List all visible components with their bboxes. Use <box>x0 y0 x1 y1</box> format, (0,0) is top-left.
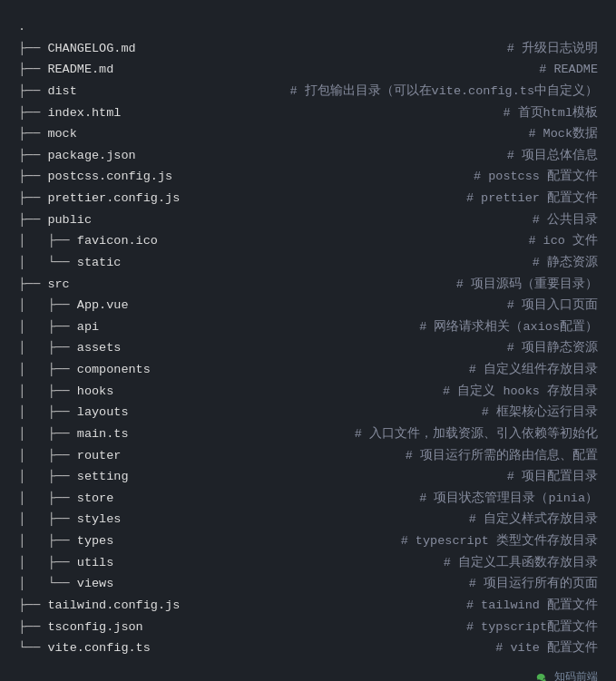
file-name: setting <box>77 466 129 488</box>
comment-spacing <box>129 295 500 316</box>
watermark-text: 知码前端 <box>554 668 598 681</box>
tree-prefix: ├── <box>18 145 47 167</box>
dot-row: . <box>18 16 598 38</box>
file-name: styles <box>77 509 122 530</box>
tree-prefix: │ ├── <box>18 466 77 488</box>
file-comment: # 项目运行所有的页面 <box>469 573 598 595</box>
tree-prefix: │ ├── <box>18 530 77 552</box>
file-comment: # postcss 配置文件 <box>474 166 598 188</box>
file-name: hooks <box>77 381 114 403</box>
tree-row: │ ├── components # 自定义组件存放目录 <box>18 359 598 381</box>
comment-spacing <box>113 381 435 403</box>
tree-prefix: │ ├── <box>18 509 77 530</box>
comment-spacing <box>121 252 524 274</box>
file-name: main.ts <box>77 423 129 445</box>
tree-prefix: ├── <box>18 59 47 81</box>
comment-spacing <box>121 445 397 467</box>
tree-row: ├── mock # Mock数据 <box>18 123 598 145</box>
tree-row: ├── tsconfig.json # typscript配置文件 <box>18 617 598 638</box>
tree-row: └── vite.config.ts # vite 配置文件 <box>18 637 598 659</box>
comment-spacing <box>77 81 283 102</box>
comment-spacing <box>113 552 435 574</box>
comment-spacing <box>77 123 522 145</box>
file-name: views <box>77 573 114 595</box>
tree-row: │ └── static # 静态资源 <box>18 252 598 274</box>
file-name: prettier.config.js <box>47 188 180 209</box>
tree-row: │ ├── favicon.ico # ico 文件 <box>18 230 598 252</box>
comment-spacing <box>121 509 461 530</box>
tree-prefix: ├── <box>18 188 47 209</box>
comment-spacing <box>113 59 532 81</box>
comment-spacing <box>70 274 449 296</box>
file-name: tailwind.config.js <box>47 595 180 617</box>
file-name: index.html <box>47 102 121 124</box>
tree-prefix: │ └── <box>18 252 77 274</box>
file-name: CHANGELOG.md <box>47 38 135 60</box>
file-name: README.md <box>47 59 113 81</box>
file-tree: . ├── CHANGELOG.md # 升级日志说明├── README.md… <box>18 16 598 659</box>
tree-row: ├── postcss.config.js # postcss 配置文件 <box>18 166 598 188</box>
tree-prefix: ├── <box>18 595 47 617</box>
dot-prefix: . <box>18 16 25 38</box>
tree-row: │ ├── utils # 自定义工具函数存放目录 <box>18 552 598 574</box>
file-comment: # 自定义组件存放目录 <box>469 359 598 381</box>
file-name: utils <box>77 552 114 574</box>
tree-prefix: │ ├── <box>18 488 77 510</box>
file-comment: # 自定义工具函数存放目录 <box>444 552 598 574</box>
tree-prefix: ├── <box>18 123 47 145</box>
tree-row: │ └── views # 项目运行所有的页面 <box>18 573 598 595</box>
file-name: mock <box>47 123 76 145</box>
file-name: App.vue <box>77 295 129 316</box>
file-comment: # 项目运行所需的路由信息、配置 <box>406 445 598 467</box>
tree-prefix: │ ├── <box>18 359 77 381</box>
comment-spacing <box>121 337 499 359</box>
comment-spacing <box>143 617 459 638</box>
file-comment: # 自定义样式存放目录 <box>469 509 598 530</box>
tree-row: │ ├── main.ts # 入口文件，加载资源、引入依赖等初始化 <box>18 423 598 445</box>
comment-spacing <box>113 488 412 510</box>
file-name: favicon.ico <box>77 230 158 252</box>
comment-spacing <box>151 359 462 381</box>
tree-prefix: ├── <box>18 81 47 102</box>
file-comment: # typscript配置文件 <box>466 617 598 638</box>
file-name: postcss.config.js <box>47 166 172 188</box>
tree-row: ├── package.json # 项目总体信息 <box>18 145 598 167</box>
file-name: layouts <box>77 402 129 423</box>
comment-spacing <box>180 595 459 617</box>
tree-row: ├── public # 公共目录 <box>18 209 598 231</box>
tree-prefix: ├── <box>18 209 47 231</box>
file-comment: # 静态资源 <box>533 252 598 274</box>
comment-spacing <box>136 145 500 167</box>
file-comment: # 公共目录 <box>533 209 598 231</box>
tree-row: ├── index.html # 首页html模板 <box>18 102 598 124</box>
tree-prefix: └── <box>18 637 47 659</box>
file-comment: # 框架核心运行目录 <box>482 402 598 423</box>
tree-row: │ ├── App.vue # 项目入口页面 <box>18 295 598 316</box>
file-name: types <box>77 530 114 552</box>
file-name: static <box>77 252 122 274</box>
tree-row: │ ├── router # 项目运行所需的路由信息、配置 <box>18 445 598 467</box>
tree-row: │ ├── assets # 项目静态资源 <box>18 337 598 359</box>
file-comment: # 项目入口页面 <box>507 295 598 316</box>
file-name: package.json <box>47 145 135 167</box>
file-name: tsconfig.json <box>47 617 142 638</box>
tree-row: ├── README.md # README <box>18 59 598 81</box>
comment-spacing <box>136 38 500 60</box>
file-comment: # 项目总体信息 <box>507 145 598 167</box>
file-name: public <box>47 209 92 231</box>
file-comment: # README <box>539 59 598 81</box>
tree-prefix: ├── <box>18 274 47 296</box>
tree-prefix: │ ├── <box>18 552 77 574</box>
tree-prefix: ├── <box>18 102 47 124</box>
tree-row: ├── CHANGELOG.md # 升级日志说明 <box>18 38 598 60</box>
wechat-icon <box>533 669 550 681</box>
comment-spacing <box>172 166 466 188</box>
comment-spacing <box>92 209 525 231</box>
comment-spacing <box>129 402 474 423</box>
tree-prefix: │ ├── <box>18 381 77 403</box>
tree-prefix: │ ├── <box>18 445 77 467</box>
tree-row: │ ├── types # typescript 类型文件存放目录 <box>18 530 598 552</box>
file-comment: # tailwind 配置文件 <box>466 595 598 617</box>
comment-spacing <box>99 316 412 338</box>
comment-spacing <box>151 637 488 659</box>
